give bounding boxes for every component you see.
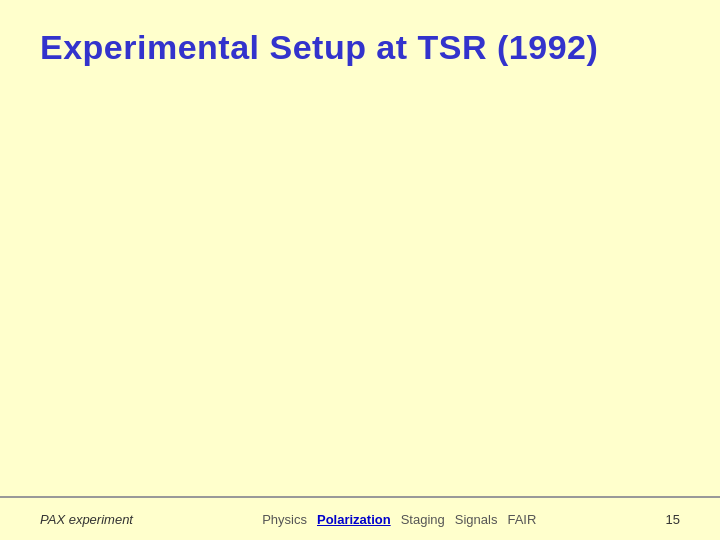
nav-item-polarization[interactable]: Polarization xyxy=(317,512,391,527)
footer-page-number: 15 xyxy=(666,512,680,527)
nav-item-staging[interactable]: Staging xyxy=(401,512,445,527)
slide-container: Experimental Setup at TSR (1992) PAX exp… xyxy=(0,0,720,540)
nav-item-fair[interactable]: FAIR xyxy=(507,512,536,527)
footer-nav: Physics Polarization Staging Signals FAI… xyxy=(262,512,536,527)
nav-item-signals[interactable]: Signals xyxy=(455,512,498,527)
slide-footer: PAX experiment Physics Polarization Stag… xyxy=(0,496,720,540)
slide-content xyxy=(0,87,720,496)
footer-left-label: PAX experiment xyxy=(40,512,133,527)
slide-title: Experimental Setup at TSR (1992) xyxy=(0,0,720,87)
nav-item-physics[interactable]: Physics xyxy=(262,512,307,527)
